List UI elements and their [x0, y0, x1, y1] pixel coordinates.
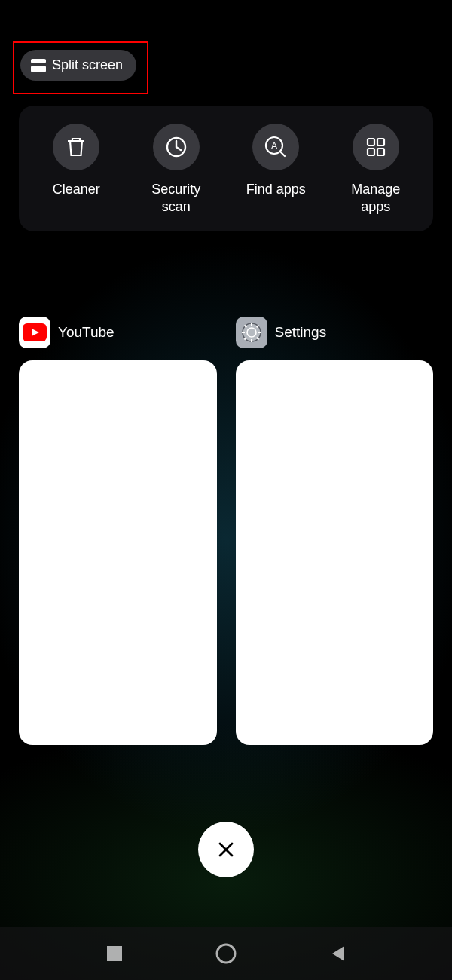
navigation-bar [0, 927, 452, 980]
cleaner-button[interactable]: Cleaner [31, 124, 121, 198]
find-apps-icon: A [252, 124, 299, 170]
cleaner-label: Cleaner [53, 181, 100, 198]
split-screen-button[interactable]: Split screen [20, 50, 136, 81]
svg-rect-3 [368, 139, 374, 145]
svg-point-21 [217, 945, 235, 963]
circle-icon [215, 942, 237, 965]
security-scan-button[interactable]: Securityscan [131, 124, 221, 216]
tools-panel: Cleaner Securityscan A Find apps Managea… [19, 106, 433, 231]
app-thumbnail [19, 360, 217, 745]
app-thumbnail [236, 360, 434, 745]
security-scan-label: Securityscan [151, 181, 200, 216]
svg-text:A: A [271, 140, 278, 152]
app-header: Settings [236, 317, 434, 348]
grid-icon [353, 124, 399, 170]
close-all-button[interactable] [198, 822, 254, 877]
svg-rect-4 [377, 139, 384, 145]
back-nav-button[interactable] [329, 945, 346, 963]
close-icon [215, 839, 237, 860]
trash-icon [53, 124, 99, 170]
recents-nav-button[interactable] [106, 945, 123, 962]
youtube-icon [19, 317, 50, 348]
manage-apps-label: Manageapps [351, 181, 400, 216]
app-title: Settings [275, 324, 327, 341]
manage-apps-button[interactable]: Manageapps [331, 124, 421, 216]
app-card-youtube[interactable]: YouTube [19, 317, 217, 745]
app-title: YouTube [58, 324, 115, 341]
square-icon [106, 945, 123, 962]
svg-rect-20 [107, 946, 122, 961]
settings-icon [236, 317, 267, 348]
back-triangle-icon [329, 945, 346, 963]
find-apps-label: Find apps [246, 181, 306, 198]
recent-apps-row: YouTube Settings [19, 317, 433, 745]
svg-rect-6 [377, 149, 384, 155]
home-nav-button[interactable] [215, 942, 237, 965]
app-card-settings[interactable]: Settings [236, 317, 434, 745]
svg-rect-5 [368, 149, 374, 155]
split-screen-label: Split screen [52, 57, 123, 73]
split-screen-icon [31, 59, 46, 72]
scan-icon [153, 124, 200, 170]
app-header: YouTube [19, 317, 217, 348]
find-apps-button[interactable]: A Find apps [231, 124, 321, 198]
